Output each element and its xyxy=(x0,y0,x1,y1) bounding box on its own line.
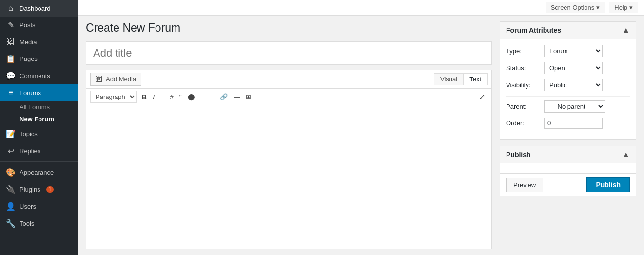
status-select[interactable]: Open Closed xyxy=(544,62,603,74)
comments-icon: 💬 xyxy=(6,71,16,80)
dashboard-icon: ⌂ xyxy=(6,4,16,13)
visibility-row: Visibility: Public Private Hidden xyxy=(506,79,630,91)
parent-select[interactable]: — No parent — xyxy=(544,100,605,113)
sidebar: ⌂ Dashboard ✎ Posts 🖼 Media 📋 Pages 💬 Co… xyxy=(0,0,78,255)
ordered-list-button[interactable]: # xyxy=(168,92,176,102)
plugins-icon: 🔌 xyxy=(6,185,16,194)
parent-row: Parent: — No parent — xyxy=(506,100,630,113)
fullscreen-button[interactable]: ⤢ xyxy=(476,91,488,103)
topics-icon: 📝 xyxy=(6,129,16,138)
sidebar-sub-all-forums[interactable]: All Forums xyxy=(0,101,78,113)
forum-attributes-header: Forum Attributes ▲ xyxy=(500,22,636,39)
visibility-select[interactable]: Public Private Hidden xyxy=(544,79,603,91)
forum-attributes-toggle[interactable]: ▲ xyxy=(622,26,630,35)
appearance-icon: 🎨 xyxy=(6,168,16,177)
sidebar-item-users[interactable]: 👤 Users xyxy=(0,198,78,215)
chevron-down-icon: ▾ xyxy=(629,4,633,11)
sidebar-item-pages[interactable]: 📋 Pages xyxy=(0,50,78,67)
main-content: Screen Options ▾ Help ▾ Create New Forum… xyxy=(78,0,644,255)
type-row: Type: Forum Category xyxy=(506,45,630,57)
unordered-list-button[interactable]: ≡ xyxy=(158,92,167,102)
editor-tabs: Visual Text xyxy=(434,73,488,85)
replies-icon: ↩ xyxy=(6,146,16,156)
publish-actions: Preview Publish xyxy=(500,173,636,196)
sidebar-item-comments[interactable]: 💬 Comments xyxy=(0,67,78,84)
publish-header: Publish ▲ xyxy=(500,146,636,163)
sidebar-item-media[interactable]: 🖼 Media xyxy=(0,34,78,50)
editor-column: Create New Forum 🖼 Add Media Visual Text xyxy=(86,21,492,249)
paragraph-select[interactable]: Paragraph xyxy=(90,91,137,103)
publish-toggle[interactable]: ▲ xyxy=(622,150,630,159)
media-icon: 🖼 xyxy=(6,38,16,46)
status-row: Status: Open Closed xyxy=(506,62,630,74)
sidebar-item-posts[interactable]: ✎ Posts xyxy=(0,17,78,34)
sidebar-item-plugins[interactable]: 🔌 Plugins 1 xyxy=(0,181,78,198)
align-left-button[interactable]: ⬤ xyxy=(185,92,197,102)
sidebar-sub-new-forum[interactable]: New Forum xyxy=(0,113,78,125)
editor-toolbar-format: Paragraph B I ≡ # " ⬤ ≡ ≡ 🔗 — ⊞ ⤢ xyxy=(86,89,491,105)
type-select[interactable]: Forum Category xyxy=(544,45,603,57)
align-center-button[interactable]: ≡ xyxy=(198,92,207,102)
publish-body xyxy=(500,163,636,173)
pages-icon: 📋 xyxy=(6,54,16,63)
editor-box: 🖼 Add Media Visual Text Paragraph B I xyxy=(86,70,492,249)
help-button[interactable]: Help ▾ xyxy=(609,2,638,13)
tools-icon: 🔧 xyxy=(6,219,16,228)
users-icon: 👤 xyxy=(6,202,16,211)
horizontal-rule-button[interactable]: — xyxy=(231,92,242,102)
posts-icon: ✎ xyxy=(6,20,16,30)
forums-icon: ≡ xyxy=(6,88,16,97)
link-button[interactable]: 🔗 xyxy=(217,92,230,102)
editor-body[interactable] xyxy=(86,105,491,249)
publish-button[interactable]: Publish xyxy=(586,177,630,192)
publish-panel: Publish ▲ Preview Publish xyxy=(500,146,636,196)
topbar: Screen Options ▾ Help ▾ xyxy=(78,0,644,16)
right-panel: Forum Attributes ▲ Type: Forum Category … xyxy=(500,21,636,249)
align-right-button[interactable]: ≡ xyxy=(208,92,216,102)
bold-button[interactable]: B xyxy=(139,92,149,102)
tab-visual[interactable]: Visual xyxy=(434,73,464,85)
forum-attributes-body: Type: Forum Category Status: Open Closed xyxy=(500,39,636,139)
forum-attributes-panel: Forum Attributes ▲ Type: Forum Category … xyxy=(500,21,636,140)
add-media-icon: 🖼 xyxy=(96,75,103,83)
order-row: Order: xyxy=(506,118,630,129)
tab-text[interactable]: Text xyxy=(464,73,488,85)
order-input[interactable] xyxy=(544,118,603,129)
content-area: Create New Forum 🖼 Add Media Visual Text xyxy=(78,16,644,255)
plugins-badge: 1 xyxy=(46,186,54,193)
blockquote-button[interactable]: " xyxy=(177,92,184,102)
sidebar-item-tools[interactable]: 🔧 Tools xyxy=(0,215,78,232)
sidebar-item-replies[interactable]: ↩ Replies xyxy=(0,142,78,159)
sidebar-item-topics[interactable]: 📝 Topics xyxy=(0,125,78,142)
add-media-button[interactable]: 🖼 Add Media xyxy=(90,73,141,86)
italic-button[interactable]: I xyxy=(150,92,157,102)
table-button[interactable]: ⊞ xyxy=(243,92,254,102)
chevron-down-icon: ▾ xyxy=(596,4,600,11)
sidebar-item-dashboard[interactable]: ⌂ Dashboard xyxy=(0,0,78,17)
post-title-input[interactable] xyxy=(86,41,492,65)
page-title: Create New Forum xyxy=(86,21,492,35)
editor-toolbar-top: 🖼 Add Media Visual Text xyxy=(86,70,491,89)
preview-button[interactable]: Preview xyxy=(506,178,543,192)
sidebar-item-forums[interactable]: ≡ Forums xyxy=(0,84,78,101)
sidebar-item-appearance[interactable]: 🎨 Appearance xyxy=(0,164,78,181)
screen-options-button[interactable]: Screen Options ▾ xyxy=(546,2,605,13)
